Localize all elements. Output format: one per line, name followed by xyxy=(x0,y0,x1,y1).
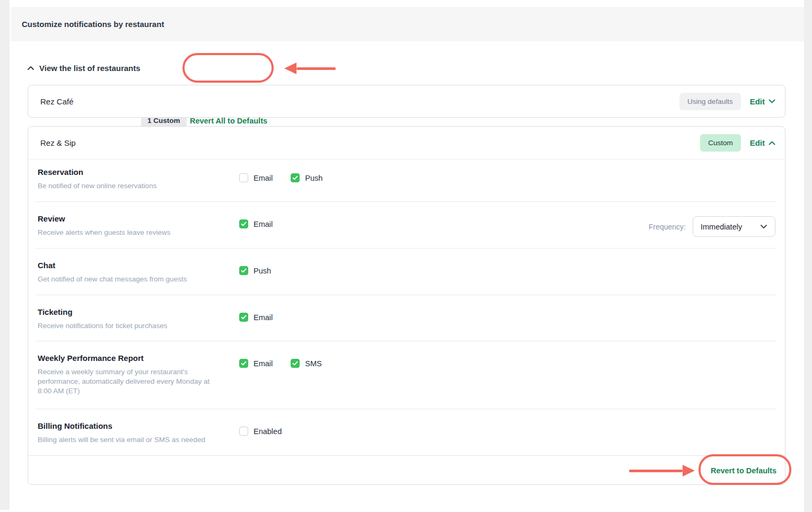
checkbox-label: Push xyxy=(305,174,322,182)
checkbox-checked-icon[interactable] xyxy=(239,219,248,228)
restaurant-name: Rez & Sip xyxy=(40,138,76,147)
checkbox-checked-icon[interactable] xyxy=(239,359,248,368)
chevron-up-icon xyxy=(769,141,775,145)
setting-description: Be notified of new online reservations xyxy=(38,181,221,191)
checkbox-option-push[interactable]: Push xyxy=(291,173,322,182)
setting-title: Review xyxy=(38,214,229,223)
setting-options: Email xyxy=(239,219,273,228)
chevron-down-icon xyxy=(769,99,775,103)
checkbox-option-email[interactable]: Email xyxy=(239,219,273,228)
setting-description: Receive alerts when guests leave reviews xyxy=(38,228,221,237)
settings-row: ReviewReceive alerts when guests leave r… xyxy=(36,202,776,249)
frequency-label: Frequency: xyxy=(649,223,686,231)
checkbox-checked-icon[interactable] xyxy=(239,266,248,275)
restaurant-card-rez-and-sip: Rez & Sip Custom Edit ReservationBe noti… xyxy=(28,126,785,485)
setting-description: Billing alerts will be sent via email or… xyxy=(38,435,221,445)
setting-text: ChatGet notified of new chat messages fr… xyxy=(38,261,229,284)
chevron-up-icon xyxy=(27,66,34,70)
checkbox-label: Email xyxy=(254,174,273,182)
restaurant-card-rez-cafe: Rez Café Using defaults Edit xyxy=(28,85,785,118)
checkbox-label: Email xyxy=(254,359,273,368)
toggle-restaurant-list[interactable]: View the list of restaurants xyxy=(27,53,141,83)
page-title: Customize notifications by restaurant xyxy=(22,20,164,29)
settings-row: Billing NotificationsBilling alerts will… xyxy=(36,409,776,455)
setting-title: Weekly Performance Report xyxy=(38,354,229,363)
setting-description: Receive notifications for ticket purchas… xyxy=(38,321,221,331)
restaurant-card-header: Rez & Sip Custom Edit xyxy=(28,127,785,160)
setting-options: EmailSMS xyxy=(239,359,322,368)
checkbox-label: Email xyxy=(254,220,273,228)
setting-text: Weekly Performance ReportReceive a weekl… xyxy=(38,354,229,396)
chevron-down-icon xyxy=(760,224,767,229)
setting-text: Billing NotificationsBilling alerts will… xyxy=(38,421,229,445)
checkbox-label: Push xyxy=(254,267,271,275)
setting-description: Get notified of new chat messages from g… xyxy=(38,275,221,284)
edit-button[interactable]: Edit xyxy=(750,138,775,147)
status-badge: Using defaults xyxy=(679,93,741,110)
restaurant-card-footer: Revert to Defaults xyxy=(28,455,785,485)
checkbox-unchecked-icon[interactable] xyxy=(239,173,248,182)
checkbox-option-email[interactable]: Email xyxy=(239,359,273,368)
checkbox-label: Enabled xyxy=(254,427,282,436)
settings-row: Weekly Performance ReportReceive a weekl… xyxy=(36,341,776,409)
settings-row: ReservationBe notified of new online res… xyxy=(36,160,776,202)
frequency-control: Frequency:Immediately xyxy=(649,216,775,237)
setting-title: Chat xyxy=(38,261,229,270)
checkbox-option-sms[interactable]: SMS xyxy=(291,359,321,368)
setting-title: Ticketing xyxy=(38,307,229,316)
restaurant-list-toolbar: View the list of restaurants 1 Custom Re… xyxy=(0,53,812,83)
checkbox-option-push[interactable]: Push xyxy=(239,266,271,275)
checkbox-unchecked-icon[interactable] xyxy=(239,427,248,436)
checkbox-checked-icon[interactable] xyxy=(291,359,300,368)
revert-to-defaults-button[interactable]: Revert to Defaults xyxy=(711,466,776,475)
setting-options: EmailPush xyxy=(239,173,322,182)
edit-button[interactable]: Edit xyxy=(750,97,775,106)
setting-description: Receive a weekly summary of your restaur… xyxy=(38,367,221,396)
restaurant-name: Rez Café xyxy=(40,97,74,106)
settings-rows: ReservationBe notified of new online res… xyxy=(28,160,785,455)
status-badge: Custom xyxy=(700,134,741,152)
checkbox-checked-icon[interactable] xyxy=(291,173,300,182)
frequency-select[interactable]: Immediately xyxy=(693,216,775,237)
checkbox-label: SMS xyxy=(305,359,321,368)
checkbox-label: Email xyxy=(254,313,273,322)
setting-text: TicketingReceive notifications for ticke… xyxy=(38,307,229,331)
checkbox-option-email[interactable]: Email xyxy=(239,173,273,182)
edit-label: Edit xyxy=(750,138,765,147)
frequency-selected-value: Immediately xyxy=(701,223,742,231)
settings-row: ChatGet notified of new chat messages fr… xyxy=(36,249,776,295)
setting-options: Email xyxy=(239,313,273,322)
checkbox-option-email[interactable]: Email xyxy=(239,313,273,322)
setting-options: Push xyxy=(239,266,271,275)
checkbox-checked-icon[interactable] xyxy=(239,313,248,322)
checkbox-option-enabled[interactable]: Enabled xyxy=(239,427,282,436)
page-header: Customize notifications by restaurant xyxy=(11,7,804,41)
settings-row: TicketingReceive notifications for ticke… xyxy=(36,295,776,341)
setting-title: Billing Notifications xyxy=(38,421,229,430)
toggle-label: View the list of restaurants xyxy=(39,64,141,73)
setting-options: Enabled xyxy=(239,427,282,436)
setting-text: ReviewReceive alerts when guests leave r… xyxy=(38,214,229,237)
setting-text: ReservationBe notified of new online res… xyxy=(38,167,229,191)
setting-title: Reservation xyxy=(38,167,229,176)
edit-label: Edit xyxy=(750,97,765,106)
